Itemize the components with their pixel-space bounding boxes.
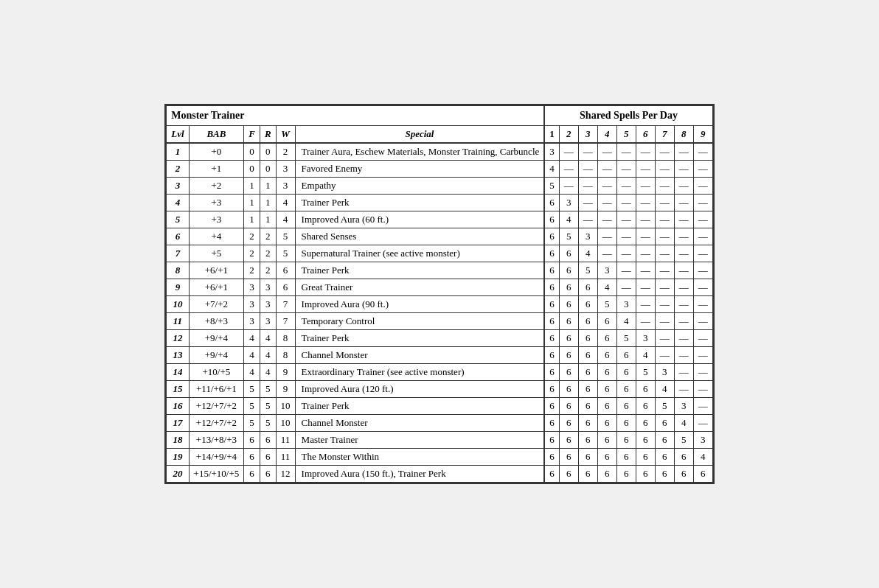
cell-s1: 6 [544,313,559,330]
cell-s7: — [655,313,674,330]
cell-s8: — [674,245,693,262]
cell-s1: 6 [544,262,559,279]
cell-s2: 6 [559,330,578,347]
cell-special: The Monster Within [295,449,544,466]
col-header-special: Special [295,126,544,144]
cell-s4: 6 [597,415,616,432]
cell-s6: 3 [636,330,655,347]
cell-lvl: 13 [167,347,189,364]
cell-s1: 6 [544,381,559,398]
cell-lvl: 10 [167,296,189,313]
cell-s2: 6 [559,415,578,432]
cell-special: Improved Aura (120 ft.) [295,381,544,398]
cell-s8: — [674,330,693,347]
col-header-w: W [276,126,295,144]
cell-s5: — [616,195,636,211]
cell-s4: — [597,178,616,195]
cell-s9: — [693,330,712,347]
cell-s8: — [674,364,693,381]
cell-s5: 6 [616,449,636,466]
cell-bab: +6/+1 [189,279,244,296]
cell-s9: — [693,313,712,330]
cell-s8: 6 [674,449,693,466]
cell-s6: — [636,262,655,279]
cell-s5: 6 [616,364,636,381]
cell-s4: 6 [597,466,616,483]
cell-s3: 6 [578,296,597,313]
cell-s5: — [616,178,636,195]
cell-f: 0 [244,161,260,178]
cell-s3: 6 [578,398,597,415]
col-header-lvl: Lvl [167,126,189,144]
cell-s7: — [655,228,674,245]
cell-f: 3 [244,313,260,330]
cell-s3: 6 [578,449,597,466]
cell-s4: 6 [597,381,616,398]
cell-r: 6 [260,449,276,466]
cell-lvl: 2 [167,161,189,178]
cell-s5: — [616,245,636,262]
cell-f: 6 [244,449,260,466]
cell-s8: — [674,313,693,330]
cell-s1: 5 [544,178,559,195]
cell-w: 12 [276,466,295,483]
cell-s5: — [616,262,636,279]
cell-s4: 3 [597,262,616,279]
cell-s1: 6 [544,211,559,228]
cell-s9: — [693,415,712,432]
cell-s6: 6 [636,466,655,483]
col-header-s9: 9 [693,126,712,144]
cell-special: Improved Aura (90 ft.) [295,296,544,313]
cell-w: 3 [276,161,295,178]
table-row: 9 +6/+1 3 3 6 Great Trainer 6 6 6 4 — — … [167,279,713,296]
cell-lvl: 19 [167,449,189,466]
cell-bab: +2 [189,178,244,195]
cell-s8: 5 [674,432,693,449]
cell-bab: +10/+5 [189,364,244,381]
cell-r: 1 [260,195,276,211]
cell-s7: — [655,195,674,211]
table-row: 2 +1 0 0 3 Favored Enemy 4 — — — — — — —… [167,161,713,178]
cell-special: Master Trainer [295,432,544,449]
col-header-s6: 6 [636,126,655,144]
table-row: 7 +5 2 2 5 Supernatural Trainer (see act… [167,245,713,262]
cell-w: 11 [276,432,295,449]
table-row: 10 +7/+2 3 3 7 Improved Aura (90 ft.) 6 … [167,296,713,313]
cell-s3: — [578,211,597,228]
cell-f: 6 [244,466,260,483]
cell-s5: 3 [616,296,636,313]
cell-s9: — [693,296,712,313]
cell-s5: — [616,211,636,228]
cell-w: 10 [276,415,295,432]
cell-special: Channel Monster [295,415,544,432]
cell-bab: +8/+3 [189,313,244,330]
cell-s1: 6 [544,195,559,211]
cell-s6: — [636,313,655,330]
cell-special: Great Trainer [295,279,544,296]
cell-s2: 6 [559,432,578,449]
cell-s9: — [693,228,712,245]
cell-s3: 4 [578,245,597,262]
cell-s5: 6 [616,432,636,449]
cell-s9: — [693,178,712,195]
cell-s4: 6 [597,449,616,466]
cell-s8: — [674,228,693,245]
cell-s3: 6 [578,415,597,432]
cell-s2: 6 [559,347,578,364]
cell-s6: 4 [636,347,655,364]
cell-s4: 6 [597,364,616,381]
cell-w: 3 [276,178,295,195]
cell-special: Improved Aura (60 ft.) [295,211,544,228]
cell-s4: 6 [597,330,616,347]
cell-s7: 6 [655,415,674,432]
cell-f: 1 [244,178,260,195]
cell-s6: — [636,161,655,178]
cell-s3: 6 [578,364,597,381]
cell-r: 2 [260,245,276,262]
cell-w: 10 [276,398,295,415]
table-body: 1 +0 0 0 2 Trainer Aura, Eschew Material… [167,143,713,483]
cell-s8: — [674,381,693,398]
cell-f: 4 [244,347,260,364]
cell-s8: 4 [674,415,693,432]
cell-bab: +9/+4 [189,330,244,347]
